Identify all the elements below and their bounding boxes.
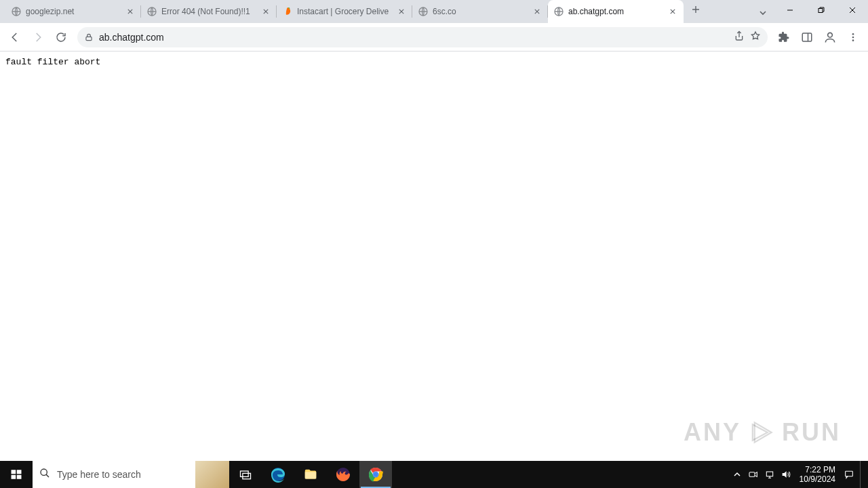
close-icon[interactable]: [396, 6, 407, 17]
globe-icon: [146, 6, 157, 17]
globe-icon: [418, 6, 429, 17]
taskbar-chrome[interactable]: [359, 461, 392, 488]
svg-rect-18: [241, 471, 249, 476]
windows-taskbar: Type here to search: [0, 461, 868, 488]
taskbar-firefox[interactable]: [327, 461, 359, 488]
tab-abchatgpt[interactable]: ab.chatgpt.com: [548, 0, 684, 23]
globe-icon: [11, 6, 22, 17]
url-text: ab.chatgpt.com: [99, 32, 728, 43]
watermark-text: RUN: [782, 418, 841, 447]
svg-rect-13: [12, 470, 16, 474]
extensions-button[interactable]: [773, 26, 795, 48]
svg-rect-21: [305, 472, 317, 479]
tab-search-button[interactable]: [751, 3, 774, 23]
tab-strip: googlezip.net Error 404 (Not Found)!!1 I…: [0, 0, 751, 23]
instacart-icon: [282, 6, 293, 17]
anyrun-watermark: ANY RUN: [684, 418, 841, 447]
svg-rect-29: [846, 471, 853, 476]
svg-point-17: [41, 469, 47, 475]
page-body-text: fault filter abort: [0, 52, 868, 73]
svg-point-7: [828, 33, 833, 37]
svg-point-9: [852, 36, 854, 38]
close-window-button[interactable]: [837, 0, 868, 20]
task-view-icon: [239, 468, 252, 481]
menu-button[interactable]: [842, 26, 864, 48]
tray-action-center-icon[interactable]: [841, 461, 857, 488]
svg-rect-19: [243, 473, 251, 479]
system-tray: 7:22 PM 10/9/2024: [729, 461, 868, 488]
svg-rect-27: [749, 472, 755, 477]
svg-rect-6: [802, 33, 812, 41]
close-icon[interactable]: [532, 6, 542, 17]
watermark-text: ANY: [684, 418, 741, 447]
tab-label: googlezip.net: [26, 7, 121, 16]
globe-icon: [553, 6, 564, 17]
close-icon[interactable]: [260, 6, 271, 17]
search-icon: [39, 468, 50, 481]
tab-googlezip[interactable]: googlezip.net: [5, 0, 141, 23]
sidepanel-button[interactable]: [796, 26, 818, 48]
bookmark-icon[interactable]: [750, 30, 761, 44]
start-button[interactable]: [0, 461, 33, 488]
tab-label: Error 404 (Not Found)!!1: [161, 7, 256, 16]
search-decoration: [195, 461, 229, 488]
svg-point-26: [374, 472, 378, 477]
taskbar-search[interactable]: Type here to search: [33, 461, 229, 488]
task-view-button[interactable]: [229, 461, 262, 488]
tray-chevron-up-icon[interactable]: [729, 461, 745, 488]
svg-point-10: [852, 39, 854, 41]
new-tab-button[interactable]: [686, 0, 705, 19]
play-icon: [747, 418, 776, 447]
tab-6sc[interactable]: 6sc.co: [412, 0, 548, 23]
tray-volume-icon[interactable]: [778, 461, 794, 488]
close-icon[interactable]: [667, 6, 678, 17]
tab-label: ab.chatgpt.com: [568, 7, 663, 16]
svg-rect-15: [12, 475, 16, 479]
back-button[interactable]: [4, 26, 26, 48]
svg-rect-28: [766, 472, 772, 476]
address-bar[interactable]: ab.chatgpt.com: [77, 27, 768, 47]
tab-instacart[interactable]: Instacart | Grocery Delive: [277, 0, 412, 23]
taskbar-clock[interactable]: 7:22 PM 10/9/2024: [794, 465, 841, 484]
svg-point-8: [852, 33, 854, 35]
firefox-icon: [335, 466, 351, 483]
profile-button[interactable]: [819, 26, 841, 48]
page-viewport: fault filter abort: [0, 52, 868, 461]
svg-rect-4: [818, 9, 823, 13]
svg-rect-16: [17, 475, 22, 479]
tab-label: 6sc.co: [433, 7, 528, 16]
edge-icon: [270, 466, 286, 483]
tray-meet-now-icon[interactable]: [745, 461, 762, 488]
svg-rect-14: [17, 470, 22, 474]
lock-icon: [84, 33, 94, 42]
clock-time: 7:22 PM: [800, 465, 835, 474]
show-desktop-button[interactable]: [860, 461, 864, 488]
windows-icon: [10, 468, 22, 481]
minimize-button[interactable]: [774, 0, 806, 20]
maximize-button[interactable]: [806, 0, 837, 20]
chrome-icon: [368, 466, 384, 483]
browser-toolbar: ab.chatgpt.com: [0, 23, 868, 52]
tab-error404[interactable]: Error 404 (Not Found)!!1: [141, 0, 277, 23]
window-controls: [774, 0, 868, 23]
close-icon[interactable]: [125, 6, 136, 17]
taskbar-file-explorer[interactable]: [294, 461, 327, 488]
tab-label: Instacart | Grocery Delive: [297, 7, 392, 16]
reload-button[interactable]: [50, 26, 72, 48]
share-icon[interactable]: [734, 30, 745, 44]
taskbar-edge[interactable]: [262, 461, 294, 488]
browser-titlebar: googlezip.net Error 404 (Not Found)!!1 I…: [0, 0, 868, 23]
svg-rect-5: [86, 37, 92, 40]
clock-date: 10/9/2024: [800, 474, 835, 484]
folder-icon: [303, 467, 318, 482]
forward-button[interactable]: [27, 26, 49, 48]
tray-network-icon[interactable]: [762, 461, 778, 488]
